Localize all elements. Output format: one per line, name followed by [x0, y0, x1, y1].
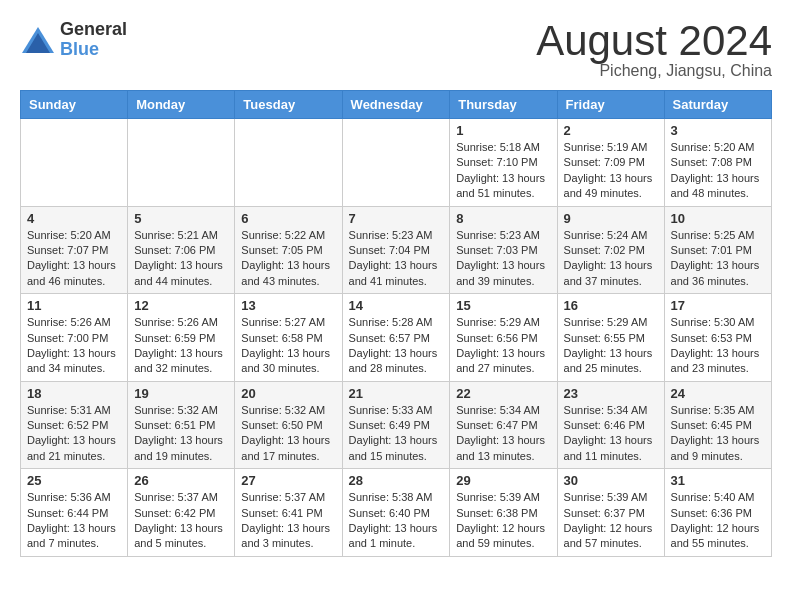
- weekday-header-saturday: Saturday: [664, 91, 771, 119]
- calendar-cell: 29Sunrise: 5:39 AMSunset: 6:38 PMDayligh…: [450, 469, 557, 557]
- day-content: Sunrise: 5:32 AMSunset: 6:51 PMDaylight:…: [134, 403, 228, 465]
- day-content: Sunrise: 5:38 AMSunset: 6:40 PMDaylight:…: [349, 490, 444, 552]
- calendar-cell: 27Sunrise: 5:37 AMSunset: 6:41 PMDayligh…: [235, 469, 342, 557]
- calendar-cell: 31Sunrise: 5:40 AMSunset: 6:36 PMDayligh…: [664, 469, 771, 557]
- calendar-cell: 18Sunrise: 5:31 AMSunset: 6:52 PMDayligh…: [21, 381, 128, 469]
- day-content: Sunrise: 5:19 AMSunset: 7:09 PMDaylight:…: [564, 140, 658, 202]
- day-number: 25: [27, 473, 121, 488]
- month-title: August 2024: [536, 20, 772, 62]
- calendar-week-3: 11Sunrise: 5:26 AMSunset: 7:00 PMDayligh…: [21, 294, 772, 382]
- day-number: 1: [456, 123, 550, 138]
- day-content: Sunrise: 5:37 AMSunset: 6:42 PMDaylight:…: [134, 490, 228, 552]
- day-number: 3: [671, 123, 765, 138]
- day-content: Sunrise: 5:23 AMSunset: 7:04 PMDaylight:…: [349, 228, 444, 290]
- calendar-cell: 17Sunrise: 5:30 AMSunset: 6:53 PMDayligh…: [664, 294, 771, 382]
- calendar-cell: 8Sunrise: 5:23 AMSunset: 7:03 PMDaylight…: [450, 206, 557, 294]
- calendar-cell: 13Sunrise: 5:27 AMSunset: 6:58 PMDayligh…: [235, 294, 342, 382]
- day-number: 22: [456, 386, 550, 401]
- day-content: Sunrise: 5:35 AMSunset: 6:45 PMDaylight:…: [671, 403, 765, 465]
- calendar-cell: 4Sunrise: 5:20 AMSunset: 7:07 PMDaylight…: [21, 206, 128, 294]
- calendar-cell: 11Sunrise: 5:26 AMSunset: 7:00 PMDayligh…: [21, 294, 128, 382]
- day-content: Sunrise: 5:24 AMSunset: 7:02 PMDaylight:…: [564, 228, 658, 290]
- day-content: Sunrise: 5:34 AMSunset: 6:47 PMDaylight:…: [456, 403, 550, 465]
- weekday-header-wednesday: Wednesday: [342, 91, 450, 119]
- day-number: 10: [671, 211, 765, 226]
- calendar-cell: 1Sunrise: 5:18 AMSunset: 7:10 PMDaylight…: [450, 119, 557, 207]
- calendar-cell: 22Sunrise: 5:34 AMSunset: 6:47 PMDayligh…: [450, 381, 557, 469]
- day-content: Sunrise: 5:36 AMSunset: 6:44 PMDaylight:…: [27, 490, 121, 552]
- day-content: Sunrise: 5:20 AMSunset: 7:08 PMDaylight:…: [671, 140, 765, 202]
- day-number: 30: [564, 473, 658, 488]
- page-header: General Blue August 2024 Picheng, Jiangs…: [20, 20, 772, 80]
- calendar-cell: 12Sunrise: 5:26 AMSunset: 6:59 PMDayligh…: [128, 294, 235, 382]
- day-content: Sunrise: 5:21 AMSunset: 7:06 PMDaylight:…: [134, 228, 228, 290]
- day-number: 8: [456, 211, 550, 226]
- day-content: Sunrise: 5:26 AMSunset: 7:00 PMDaylight:…: [27, 315, 121, 377]
- day-content: Sunrise: 5:40 AMSunset: 6:36 PMDaylight:…: [671, 490, 765, 552]
- day-content: Sunrise: 5:25 AMSunset: 7:01 PMDaylight:…: [671, 228, 765, 290]
- calendar-cell: 23Sunrise: 5:34 AMSunset: 6:46 PMDayligh…: [557, 381, 664, 469]
- day-number: 5: [134, 211, 228, 226]
- weekday-header-friday: Friday: [557, 91, 664, 119]
- day-number: 6: [241, 211, 335, 226]
- calendar-week-4: 18Sunrise: 5:31 AMSunset: 6:52 PMDayligh…: [21, 381, 772, 469]
- calendar-cell: 9Sunrise: 5:24 AMSunset: 7:02 PMDaylight…: [557, 206, 664, 294]
- location: Picheng, Jiangsu, China: [536, 62, 772, 80]
- day-content: Sunrise: 5:29 AMSunset: 6:56 PMDaylight:…: [456, 315, 550, 377]
- day-content: Sunrise: 5:39 AMSunset: 6:38 PMDaylight:…: [456, 490, 550, 552]
- weekday-header-row: SundayMondayTuesdayWednesdayThursdayFrid…: [21, 91, 772, 119]
- calendar-cell: 26Sunrise: 5:37 AMSunset: 6:42 PMDayligh…: [128, 469, 235, 557]
- calendar-cell: 20Sunrise: 5:32 AMSunset: 6:50 PMDayligh…: [235, 381, 342, 469]
- calendar-cell: 10Sunrise: 5:25 AMSunset: 7:01 PMDayligh…: [664, 206, 771, 294]
- calendar-week-2: 4Sunrise: 5:20 AMSunset: 7:07 PMDaylight…: [21, 206, 772, 294]
- day-number: 19: [134, 386, 228, 401]
- day-number: 2: [564, 123, 658, 138]
- day-number: 15: [456, 298, 550, 313]
- day-content: Sunrise: 5:30 AMSunset: 6:53 PMDaylight:…: [671, 315, 765, 377]
- weekday-header-monday: Monday: [128, 91, 235, 119]
- calendar-cell: 2Sunrise: 5:19 AMSunset: 7:09 PMDaylight…: [557, 119, 664, 207]
- weekday-header-sunday: Sunday: [21, 91, 128, 119]
- calendar-cell: 19Sunrise: 5:32 AMSunset: 6:51 PMDayligh…: [128, 381, 235, 469]
- day-number: 11: [27, 298, 121, 313]
- day-content: Sunrise: 5:18 AMSunset: 7:10 PMDaylight:…: [456, 140, 550, 202]
- calendar-cell: 3Sunrise: 5:20 AMSunset: 7:08 PMDaylight…: [664, 119, 771, 207]
- day-number: 7: [349, 211, 444, 226]
- day-number: 31: [671, 473, 765, 488]
- calendar-cell: 25Sunrise: 5:36 AMSunset: 6:44 PMDayligh…: [21, 469, 128, 557]
- day-number: 21: [349, 386, 444, 401]
- day-content: Sunrise: 5:33 AMSunset: 6:49 PMDaylight:…: [349, 403, 444, 465]
- day-content: Sunrise: 5:28 AMSunset: 6:57 PMDaylight:…: [349, 315, 444, 377]
- day-content: Sunrise: 5:23 AMSunset: 7:03 PMDaylight:…: [456, 228, 550, 290]
- calendar-cell: 16Sunrise: 5:29 AMSunset: 6:55 PMDayligh…: [557, 294, 664, 382]
- day-content: Sunrise: 5:22 AMSunset: 7:05 PMDaylight:…: [241, 228, 335, 290]
- day-content: Sunrise: 5:37 AMSunset: 6:41 PMDaylight:…: [241, 490, 335, 552]
- logo: General Blue: [20, 20, 127, 60]
- day-number: 18: [27, 386, 121, 401]
- calendar-cell: 21Sunrise: 5:33 AMSunset: 6:49 PMDayligh…: [342, 381, 450, 469]
- calendar-cell: 15Sunrise: 5:29 AMSunset: 6:56 PMDayligh…: [450, 294, 557, 382]
- day-number: 4: [27, 211, 121, 226]
- day-number: 29: [456, 473, 550, 488]
- calendar-cell: 24Sunrise: 5:35 AMSunset: 6:45 PMDayligh…: [664, 381, 771, 469]
- calendar-week-5: 25Sunrise: 5:36 AMSunset: 6:44 PMDayligh…: [21, 469, 772, 557]
- day-content: Sunrise: 5:39 AMSunset: 6:37 PMDaylight:…: [564, 490, 658, 552]
- logo-blue-text: Blue: [60, 40, 127, 60]
- calendar-cell: 5Sunrise: 5:21 AMSunset: 7:06 PMDaylight…: [128, 206, 235, 294]
- weekday-header-tuesday: Tuesday: [235, 91, 342, 119]
- day-number: 16: [564, 298, 658, 313]
- day-number: 17: [671, 298, 765, 313]
- calendar-cell: [21, 119, 128, 207]
- calendar-week-1: 1Sunrise: 5:18 AMSunset: 7:10 PMDaylight…: [21, 119, 772, 207]
- calendar-table: SundayMondayTuesdayWednesdayThursdayFrid…: [20, 90, 772, 557]
- calendar-cell: [235, 119, 342, 207]
- day-number: 20: [241, 386, 335, 401]
- calendar-cell: 28Sunrise: 5:38 AMSunset: 6:40 PMDayligh…: [342, 469, 450, 557]
- calendar-cell: 30Sunrise: 5:39 AMSunset: 6:37 PMDayligh…: [557, 469, 664, 557]
- day-number: 12: [134, 298, 228, 313]
- day-number: 28: [349, 473, 444, 488]
- day-number: 13: [241, 298, 335, 313]
- day-number: 26: [134, 473, 228, 488]
- day-number: 24: [671, 386, 765, 401]
- calendar-cell: 14Sunrise: 5:28 AMSunset: 6:57 PMDayligh…: [342, 294, 450, 382]
